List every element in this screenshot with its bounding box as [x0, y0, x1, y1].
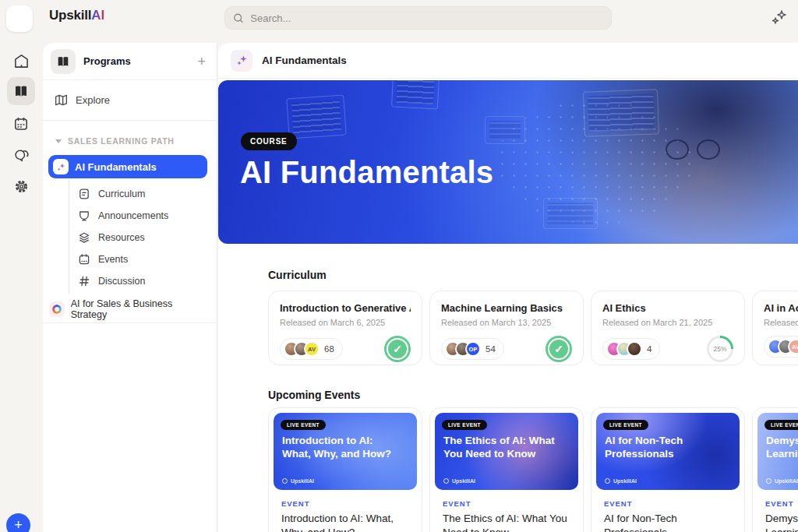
calendar-icon [13, 116, 29, 132]
sidebar-item-events[interactable]: Events [69, 248, 217, 270]
event-card[interactable]: LIVE EVENT Demystifying Machine Learning… [752, 407, 798, 532]
avatar-group[interactable]: AV 68 [280, 338, 343, 360]
sidebar-item-ai-fundamentals[interactable]: AI Fundamentals [48, 155, 207, 178]
hero-artwork [543, 198, 598, 229]
progress-label: 25% [709, 338, 731, 360]
progress-ring: 25% [707, 336, 733, 362]
sidebar-item-label: Explore [76, 94, 110, 106]
curriculum-card[interactable]: Introduction to Generative AI Released o… [268, 291, 422, 365]
events-card-row: LIVE EVENT Introduction to AI: What, Why… [268, 407, 798, 532]
avatar: AV [788, 339, 798, 354]
sub-item-label: Discussion [98, 276, 145, 287]
search-input[interactable] [250, 12, 603, 24]
card-released-date: Released on March 21, 2025 [602, 318, 733, 327]
home-icon [13, 53, 30, 69]
watermark-logo-icon [282, 478, 288, 484]
sidebar-item-discussion[interactable]: Discussion [69, 270, 217, 292]
event-thumbnail: LIVE EVENT AI for Non-Tech Professionals… [596, 413, 740, 490]
sub-item-label: Announcements [98, 210, 168, 221]
hero-artwork [287, 94, 347, 139]
sidebar-header: Programs + [43, 43, 217, 80]
event-type-label: EVENT [443, 499, 570, 508]
check-icon: ✓ [546, 336, 572, 362]
section-sales-learning-path[interactable]: SALES LEARNING PATH [43, 121, 217, 153]
avatar [627, 341, 642, 357]
sidebar-active-label: AI Fundamentals [75, 161, 157, 173]
programs-icon [51, 49, 76, 74]
event-card[interactable]: LIVE EVENT The Ethics of AI: What You Ne… [429, 407, 584, 532]
event-title: Demystifying Machine Learning [765, 512, 798, 532]
course-badge: COURSE [241, 132, 297, 150]
sidebar-item-curriculum[interactable]: Curriculum [69, 183, 217, 205]
curriculum-section: Curriculum Introduction to Generative AI… [218, 269, 798, 365]
event-thumbnail: LIVE EVENT Demystifying Machine Learning… [757, 413, 798, 490]
card-title: AI in Action [764, 302, 798, 314]
breadcrumb-sparkle-icon [231, 50, 252, 72]
curriculum-card[interactable]: AI Ethics Released on March 21, 2025 4 2… [591, 291, 745, 365]
course-hero-banner: COURSE AI Fundamentals [218, 80, 798, 244]
watermark: UpskillAI [282, 478, 314, 484]
calendar-icon [78, 253, 90, 266]
completed-badge: ✓ [546, 336, 572, 362]
thumbnail-title: AI for Non-Tech Professionals [605, 434, 717, 461]
breadcrumb: AI Fundamentals [218, 43, 798, 79]
settings-icon [13, 178, 30, 195]
search-icon [233, 12, 244, 24]
event-type-label: EVENT [281, 499, 409, 508]
curriculum-card[interactable]: AI in Action Released on AV [752, 291, 798, 365]
rail-item-settings[interactable] [7, 172, 35, 200]
card-released-date: Released on March 13, 2025 [441, 318, 572, 327]
section-label-text: SALES LEARNING PATH [68, 136, 175, 146]
add-program-button[interactable]: + [197, 55, 206, 69]
sidebar: Programs + Explore SALES LEARNING PATH A… [43, 43, 217, 532]
avatar-group[interactable]: AV [764, 336, 798, 358]
rail-item-programs[interactable] [7, 77, 35, 105]
section-heading: Curriculum [268, 269, 798, 281]
layers-icon [78, 231, 90, 244]
event-card[interactable]: LIVE EVENT AI for Non-Tech Professionals… [591, 407, 745, 532]
sparkles-icon[interactable] [771, 9, 788, 26]
book-icon [13, 83, 29, 99]
rail-item-chat[interactable] [7, 141, 35, 169]
thumbnail-title: The Ethics of AI: What You Need to Know [443, 434, 556, 461]
thumbnail-title: Introduction to AI: What, Why, and How? [282, 434, 394, 461]
search-bar[interactable] [224, 6, 612, 30]
card-title: Introduction to Generative AI [280, 302, 411, 314]
icon-rail: + [0, 43, 43, 532]
live-event-badge: LIVE EVENT [281, 420, 326, 430]
live-event-badge: LIVE EVENT [442, 420, 487, 430]
watermark: UpskillAI [605, 478, 637, 484]
section-heading: Upcoming Events [268, 389, 798, 401]
avatar-group[interactable]: 4 [602, 338, 660, 360]
sub-item-label: Resources [98, 232, 145, 243]
watermark: UpskillAI [766, 478, 798, 484]
rail-item-home[interactable] [7, 47, 35, 75]
add-button[interactable]: + [6, 513, 30, 532]
sidebar-item-resources[interactable]: Resources [69, 227, 217, 248]
events-section: Upcoming Events LIVE EVENT Introduction … [218, 389, 798, 532]
rail-item-calendar[interactable] [7, 110, 35, 138]
sparkle-icon [53, 159, 69, 174]
hero-artwork [391, 80, 440, 109]
sidebar-title: Programs [83, 55, 197, 67]
sidebar-item-explore[interactable]: Explore [43, 80, 217, 121]
card-title: Machine Learning Basics [441, 302, 572, 314]
avatar: AV [304, 341, 320, 357]
event-card[interactable]: LIVE EVENT Introduction to AI: What, Why… [268, 407, 422, 532]
sidebar-item-ai-for-sales[interactable]: AI for Sales & Business Strategy [43, 295, 217, 323]
hero-artwork [666, 139, 720, 160]
event-title: The Ethics of AI: What You Need to Know [443, 512, 570, 532]
avatar-group[interactable]: OP 54 [441, 338, 504, 360]
hash-icon [78, 275, 90, 287]
sidebar-item-announcements[interactable]: Announcements [69, 205, 217, 227]
curriculum-card-row: Introduction to Generative AI Released o… [268, 291, 798, 365]
map-icon [54, 93, 69, 107]
document-icon [78, 188, 90, 200]
hero-title: AI Fundamentals [240, 155, 493, 190]
curriculum-card[interactable]: Machine Learning Basics Released on Marc… [429, 291, 584, 365]
main-panel: AI Fundamentals COURSE AI Fundamentals C… [218, 43, 798, 532]
app-launcher-button[interactable] [6, 5, 33, 32]
hero-artwork [583, 89, 659, 136]
brand[interactable]: UpskillAI [44, 8, 104, 23]
announcements-icon [78, 210, 90, 222]
